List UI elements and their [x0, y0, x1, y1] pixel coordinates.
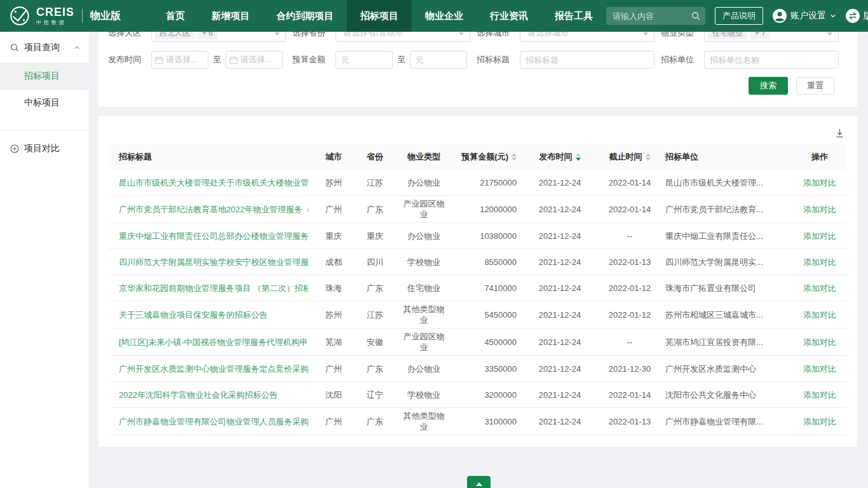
- sidebar-item-project-compare[interactable]: 项目对比: [0, 130, 89, 167]
- filter-budget: 预算金额 至: [292, 51, 470, 69]
- property-type-cell: 住宅物业: [397, 283, 451, 294]
- bid-title-link[interactable]: 昆山市市级机关大楼管理处关于市级机关大楼物业管理服...: [119, 177, 308, 188]
- col-header-type: 物业类型: [397, 151, 451, 163]
- col-header-deadline[interactable]: 截止时间: [594, 151, 665, 163]
- deadline-cell: 2022-01-14: [594, 204, 665, 215]
- table-row: 四川师范大学附属昆明实验学校安宁校区物业管理服务采... 成都 四川 学校物业 …: [109, 249, 847, 275]
- budget-cell: 12000000: [451, 204, 526, 215]
- nav-item-home[interactable]: 首页: [153, 0, 198, 32]
- table-row: 关于三城嘉物业项目保安服务的招标公告 苏州 江苏 其他类型物业 5450000 …: [109, 301, 847, 329]
- bid-title-input[interactable]: [520, 51, 654, 69]
- bid-title-link[interactable]: [鸠江区]未来小镇-中国视谷物业管理服务代理机构申请公...: [119, 337, 308, 348]
- sidebar-item-bidding-projects[interactable]: 招标项目: [0, 64, 89, 90]
- bid-unit-cell: 广州市静嘉物业管理有限...: [665, 416, 763, 427]
- sort-icons[interactable]: [576, 153, 581, 161]
- add-compare-link[interactable]: 添加对比: [803, 416, 836, 427]
- property-type-cell: 其他类型物业: [397, 304, 451, 325]
- property-type-cell: 产业园区物业: [397, 331, 451, 353]
- nav-item-bidding-projects[interactable]: 招标项目: [347, 0, 412, 32]
- bid-title-link[interactable]: 2022年沈阳科学宫物业社会化采购招标公告: [119, 390, 278, 400]
- nav-item-industry-news[interactable]: 行业资讯: [477, 0, 541, 32]
- chevron-up-icon: [74, 44, 80, 51]
- deadline-cell: 2022-01-12: [594, 283, 665, 294]
- header-search-input[interactable]: [606, 7, 705, 25]
- nav-item-new-projects[interactable]: 新增项目: [198, 0, 263, 32]
- product-doc-button[interactable]: 产品说明: [715, 7, 763, 25]
- sidebar: 项目查询 招标项目 中标项目 项目对比: [0, 32, 89, 488]
- add-compare-link[interactable]: 添加对比: [803, 390, 836, 400]
- sidebar-group-project-query[interactable]: 项目查询: [0, 32, 89, 64]
- search-icon[interactable]: [691, 11, 700, 20]
- city-cell: 广州: [315, 416, 353, 427]
- bid-unit-cell: 四川师范大学附属昆明实...: [665, 257, 763, 268]
- property-type-cell: 办公物业: [397, 363, 451, 374]
- property-type-cell: 办公物业: [397, 177, 451, 188]
- add-compare-link[interactable]: 添加对比: [803, 283, 836, 294]
- bid-title-link[interactable]: 关于三城嘉物业项目保安服务的招标公告: [119, 309, 268, 320]
- add-compare-link[interactable]: 添加对比: [803, 337, 836, 348]
- sidebar-item-won-projects[interactable]: 中标项目: [0, 90, 89, 116]
- bid-unit-input[interactable]: [704, 51, 839, 69]
- sort-icons[interactable]: [646, 153, 651, 161]
- nav-item-contract-expiry[interactable]: 合约到期项目: [263, 0, 347, 32]
- deadline-cell: 2022-01-12: [594, 309, 665, 320]
- version-switch[interactable]: 版本: [846, 9, 868, 23]
- calendar-icon: [229, 56, 238, 64]
- table-body: 昆山市市级机关大楼管理处关于市级机关大楼物业管理服... 苏州 江苏 办公物业 …: [109, 170, 847, 435]
- budget-cell: 7410000: [451, 283, 526, 294]
- bid-title-link[interactable]: 广州开发区水质监测中心物业管理服务定点竞价采购公告: [119, 363, 308, 374]
- bid-unit-cell: 苏州市相城区三城嘉城市...: [665, 309, 763, 320]
- back-to-top-button[interactable]: [467, 476, 491, 488]
- province-cell: 安徽: [353, 337, 397, 348]
- plus-circle-icon: [10, 144, 19, 153]
- add-compare-link[interactable]: 添加对比: [803, 204, 836, 215]
- add-compare-link[interactable]: 添加对比: [803, 177, 836, 188]
- table-row: 昆山市市级机关大楼管理处关于市级机关大楼物业管理服... 苏州 江苏 办公物业 …: [109, 170, 847, 196]
- province-cell: 广东: [353, 204, 397, 215]
- province-cell: 江苏: [353, 177, 397, 188]
- col-header-publish[interactable]: 发布时间: [526, 151, 594, 163]
- reset-button[interactable]: 重置: [796, 77, 834, 95]
- city-cell: 重庆: [315, 231, 353, 241]
- bid-title-link[interactable]: 京华家和花园前期物业管理服务项目 （第二次）招标公告: [119, 283, 308, 294]
- header-search: [606, 7, 705, 25]
- bid-title-link[interactable]: 广州市静嘉物业管理有限公司物业管理人员服务采购项目...: [119, 416, 308, 427]
- edition-label: 物业版: [90, 10, 121, 23]
- bid-title-link[interactable]: 四川师范大学附属昆明实验学校安宁校区物业管理服务采...: [119, 257, 308, 268]
- caret-down-icon: [275, 32, 280, 36]
- budget-max-input[interactable]: [410, 51, 467, 69]
- range-to-label: 至: [213, 54, 221, 65]
- account-settings[interactable]: 账户设置: [773, 9, 836, 23]
- brand-name: CREIS: [36, 6, 74, 18]
- add-compare-link[interactable]: 添加对比: [803, 257, 836, 268]
- search-button[interactable]: 搜索: [749, 77, 788, 95]
- budget-min-input[interactable]: [336, 51, 393, 69]
- deadline-cell: --: [594, 337, 665, 348]
- range-to-label: 至: [397, 54, 405, 65]
- province-cell: 广东: [353, 363, 397, 374]
- header-right: 产品说明 账户设置 版本: [606, 7, 868, 25]
- province-cell: 辽宁: [353, 390, 397, 400]
- bid-title-link[interactable]: 重庆中烟工业有限责任公司总部办公楼物业管理服务项目...: [119, 231, 308, 241]
- nav-item-report-tools[interactable]: 报告工具: [541, 0, 606, 32]
- table-panel: 招标标题 城市 省份 物业类型 预算金额(元) 发布时间 截止时间 招标单位 操…: [98, 116, 857, 447]
- publish-date-start-picker[interactable]: 请选择...: [151, 51, 208, 69]
- bid-unit-cell: 芜湖市鸠江宜居投资有限...: [665, 337, 763, 348]
- city-cell: 芜湖: [315, 337, 353, 348]
- col-header-budget[interactable]: 预算金额(元): [451, 151, 526, 163]
- sort-icons[interactable]: [512, 153, 517, 161]
- add-compare-link[interactable]: 添加对比: [803, 231, 836, 241]
- filter-publish-date-label: 发布时间: [108, 54, 144, 65]
- download-icon[interactable]: [835, 128, 844, 138]
- bid-title-link[interactable]: 广州市党员干部纪法教育基地2022年物业管理服务（CZ...: [119, 204, 308, 215]
- swap-icon: [846, 9, 860, 23]
- publish-date-end-picker[interactable]: 请选择...: [226, 51, 283, 69]
- add-compare-link[interactable]: 添加对比: [803, 309, 836, 320]
- add-compare-link[interactable]: 添加对比: [803, 363, 836, 374]
- budget-cell: 8550000: [451, 257, 526, 268]
- province-cell: 广东: [353, 283, 397, 294]
- col-header-action: 操作: [792, 151, 847, 163]
- sidebar-compare-label: 项目对比: [24, 143, 60, 154]
- nav-item-property-companies[interactable]: 物业企业: [412, 0, 477, 32]
- account-settings-label: 账户设置: [790, 10, 826, 22]
